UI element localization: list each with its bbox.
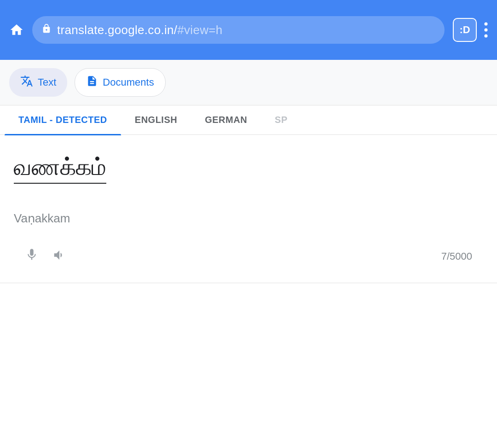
text-tab-label: Text: [38, 76, 56, 88]
bottom-controls: 7/5000: [14, 239, 483, 273]
svg-point-0: [485, 23, 488, 26]
browser-actions: :D: [453, 18, 488, 42]
mode-tabs-row: Text Documents: [0, 60, 497, 105]
home-icon[interactable]: [9, 23, 24, 37]
documents-tab-label: Documents: [103, 76, 154, 88]
text-tab[interactable]: Text: [9, 68, 67, 97]
browser-bar: translate.google.co.in/#view=h :D: [0, 0, 497, 60]
char-count: 7/5000: [441, 250, 472, 262]
address-bar[interactable]: translate.google.co.in/#view=h: [32, 16, 445, 44]
svg-point-1: [485, 29, 488, 32]
language-tabs: TAMIL - DETECTED ENGLISH GERMAN SP: [0, 105, 497, 135]
source-text: வணக்கம்: [14, 153, 106, 184]
mic-icon[interactable]: [25, 248, 39, 265]
source-area[interactable]: வணக்கம் Vaṇakkam 7/5000: [0, 135, 497, 283]
document-icon: [86, 75, 98, 90]
lang-tab-more[interactable]: SP: [261, 105, 301, 134]
speaker-icon[interactable]: [52, 248, 66, 265]
documents-tab[interactable]: Documents: [75, 68, 165, 97]
lang-tab-german[interactable]: GERMAN: [191, 105, 261, 134]
translate-icon: [20, 75, 33, 90]
more-options-button[interactable]: [484, 22, 488, 38]
dictionary-extension-button[interactable]: :D: [453, 18, 477, 42]
lang-tab-tamil[interactable]: TAMIL - DETECTED: [5, 105, 121, 134]
lock-icon: [41, 23, 52, 36]
main-content: Text Documents TAMIL - DETECTED ENGLISH …: [0, 60, 497, 448]
romanization-text: Vaṇakkam: [14, 211, 483, 226]
svg-point-2: [485, 35, 488, 38]
url-text: translate.google.co.in/#view=h: [57, 23, 223, 37]
controls-left: [25, 248, 66, 265]
lang-tab-english[interactable]: ENGLISH: [121, 105, 191, 134]
